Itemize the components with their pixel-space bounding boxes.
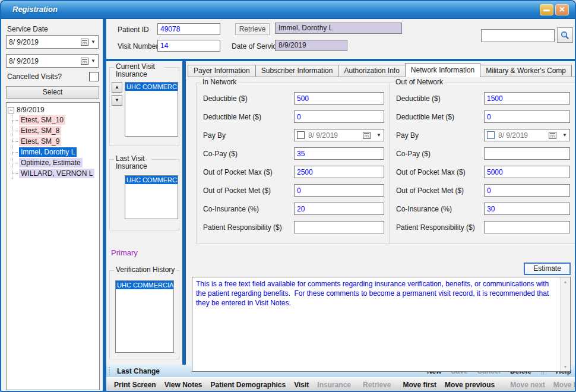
chevron-down-icon[interactable]: ▼ xyxy=(376,132,381,138)
tab-authorization-info[interactable]: Authorization Info xyxy=(338,65,405,77)
search-input[interactable] xyxy=(481,29,555,42)
tree-root-row[interactable]: − 8/9/2019 xyxy=(8,105,98,115)
pay-by-checkbox[interactable] xyxy=(487,131,495,139)
tree-item-label: Etest, SM_8 xyxy=(19,126,61,135)
tree-item-label: Etest, SM_9 xyxy=(19,137,61,146)
tab-payer-information[interactable]: Payer Information xyxy=(188,65,256,77)
current-visit-insurance-group: Current Visit Insurance ▲ ▼ UHC COMMERCI… xyxy=(109,67,179,146)
visit-button[interactable]: Visit xyxy=(290,381,313,389)
verification-history-list[interactable]: UHC COMMERCIAL xyxy=(115,280,174,353)
in-deductible-input[interactable] xyxy=(294,92,384,105)
tree-item-label: Immel, Dorothy L xyxy=(19,147,77,157)
close-button[interactable]: ✕ xyxy=(555,4,569,15)
patient-responsibility-label: Patient Responsibility ($) xyxy=(396,223,484,232)
last-visit-insurance-label: Last Visit Insurance xyxy=(114,155,151,170)
visit-number-label: Visit Number xyxy=(118,42,158,50)
tab-network-information[interactable]: Network Information xyxy=(405,63,480,77)
comments-textarea[interactable]: This is a free text field available for … xyxy=(192,277,560,371)
retrieve-button[interactable]: Retrieve xyxy=(235,23,270,35)
oop-met-label: Out of Pocket Met ($) xyxy=(396,186,484,195)
patient-demographics-button[interactable]: Patient Demographics xyxy=(207,381,290,389)
tree-item[interactable]: Optimize, Estimate xyxy=(12,157,98,168)
patient-id-input[interactable] xyxy=(157,23,220,35)
out-deductible-met-input[interactable] xyxy=(484,110,570,123)
current-insurance-list[interactable]: UHC COMMERCIAL xyxy=(125,82,178,137)
in-co-insurance-input[interactable] xyxy=(294,203,384,215)
primary-label: Primary xyxy=(111,248,138,257)
insurance-button: Insurance xyxy=(313,381,355,389)
co-pay-label: Co-Pay ($) xyxy=(203,150,294,158)
out-co-insurance-input[interactable] xyxy=(484,203,570,215)
comments-scrollbar[interactable]: ▲ ▼ xyxy=(560,277,570,371)
print-screen-button[interactable]: Print Screen xyxy=(110,381,160,389)
move-previous-button[interactable]: Move previous xyxy=(441,381,499,389)
select-button[interactable]: Select xyxy=(6,86,99,99)
titlebar: Registration ✕ xyxy=(1,1,575,19)
bottom-toolbar: Print Screen View Notes Patient Demograp… xyxy=(106,377,576,392)
oop-met-label: Out of Pocket Met ($) xyxy=(203,186,294,195)
estimate-button[interactable]: Estimate xyxy=(524,263,571,275)
scroll-up-icon[interactable]: ▲ xyxy=(561,280,570,284)
out-pay-by-picker[interactable]: 8/ 9/2019 ▼ xyxy=(484,129,570,141)
cancelled-visits-checkbox[interactable] xyxy=(89,72,99,81)
out-oop-met-input[interactable] xyxy=(484,184,570,197)
up-arrow-button[interactable]: ▲ xyxy=(112,82,122,93)
service-date-from-picker[interactable]: 8/ 9/2019 ▼ xyxy=(6,35,99,49)
move-next-button: Move next xyxy=(506,381,549,389)
tree-children: Etest, SM_10 Etest, SM_8 Etest, SM_9 Imm… xyxy=(12,115,98,179)
in-pay-by-picker[interactable]: 8/ 9/2019 ▼ xyxy=(294,129,384,141)
toolbar-grip xyxy=(109,367,111,375)
scroll-down-icon[interactable]: ▼ xyxy=(561,365,570,369)
tree-item[interactable]: Etest, SM_9 xyxy=(12,136,98,147)
tab-subscriber-information[interactable]: Subscriber Information xyxy=(255,65,339,77)
list-item[interactable]: UHC COMMERCIAL xyxy=(116,281,173,289)
in-oop-max-input[interactable] xyxy=(294,166,384,178)
pay-by-label: Pay By xyxy=(203,131,294,140)
down-arrow-button[interactable]: ▼ xyxy=(112,95,122,106)
pay-by-label: Pay By xyxy=(396,131,484,140)
out-deductible-input[interactable] xyxy=(484,92,570,105)
tree-item-selected[interactable]: Immel, Dorothy L xyxy=(12,147,98,157)
verification-history-group: Verification History UHC COMMERCIAL xyxy=(109,270,179,359)
in-co-pay-input[interactable] xyxy=(294,147,384,160)
oop-max-label: Out of Pocket Max ($) xyxy=(203,168,294,176)
move-first-button[interactable]: Move first xyxy=(398,381,441,389)
tree-item[interactable]: WILLARD, VERNON L xyxy=(12,168,98,179)
titlebar-buttons: ✕ xyxy=(540,4,569,15)
retrieve-toolbar-button: Retrieve xyxy=(359,381,395,389)
view-notes-button[interactable]: View Notes xyxy=(160,381,207,389)
in-oop-met-input[interactable] xyxy=(294,184,384,197)
date-of-service-label: Date of Service xyxy=(232,42,280,50)
insurance-reorder-buttons: ▲ ▼ xyxy=(112,82,122,106)
pay-by-checkbox[interactable] xyxy=(297,131,305,139)
tab-strip: Payer Information Subscriber Information… xyxy=(188,63,575,77)
tree-item[interactable]: Etest, SM_8 xyxy=(12,125,98,136)
out-patient-responsibility-input[interactable] xyxy=(484,221,570,233)
service-date-label: Service Date xyxy=(7,25,48,33)
in-deductible-met-input[interactable] xyxy=(294,110,384,123)
minimize-button[interactable] xyxy=(540,4,553,15)
service-date-from-value: 8/ 9/2019 xyxy=(9,38,81,46)
tab-military-workers-comp[interactable]: Military & Worker's Comp xyxy=(480,65,572,77)
tab-panel: Payer Information Subscriber Information… xyxy=(186,61,576,365)
search-button[interactable] xyxy=(557,27,573,43)
collapse-icon[interactable]: − xyxy=(8,107,14,113)
chevron-down-icon[interactable]: ▼ xyxy=(91,39,96,45)
last-insurance-list[interactable]: UHC COMMERCIAL xyxy=(125,175,178,219)
deductible-met-label: Deductible Met ($) xyxy=(396,113,484,121)
last-visit-insurance-group: Last Visit Insurance UHC COMMERCIAL xyxy=(109,159,179,230)
visit-tree[interactable]: − 8/9/2019 Etest, SM_10 Etest, SM_8 Etes… xyxy=(6,102,100,390)
visit-number-input[interactable] xyxy=(157,40,220,52)
out-oop-max-input[interactable] xyxy=(484,166,570,178)
list-item[interactable]: UHC COMMERCIAL xyxy=(125,176,178,184)
chevron-down-icon[interactable]: ▼ xyxy=(91,58,96,64)
tree-item[interactable]: Etest, SM_10 xyxy=(12,115,98,125)
service-date-to-picker[interactable]: 8/ 9/2019 ▼ xyxy=(6,54,99,68)
patient-header: Patient ID Visit Number Retrieve Immel, … xyxy=(106,19,576,59)
chevron-down-icon[interactable]: ▼ xyxy=(562,132,567,138)
list-item[interactable]: UHC COMMERCIAL xyxy=(125,83,178,91)
pay-by-date: 8/ 9/2019 xyxy=(308,131,359,140)
out-co-pay-input[interactable] xyxy=(484,147,570,160)
co-insurance-label: Co-Insurance (%) xyxy=(203,205,294,213)
in-patient-responsibility-input[interactable] xyxy=(294,221,384,233)
